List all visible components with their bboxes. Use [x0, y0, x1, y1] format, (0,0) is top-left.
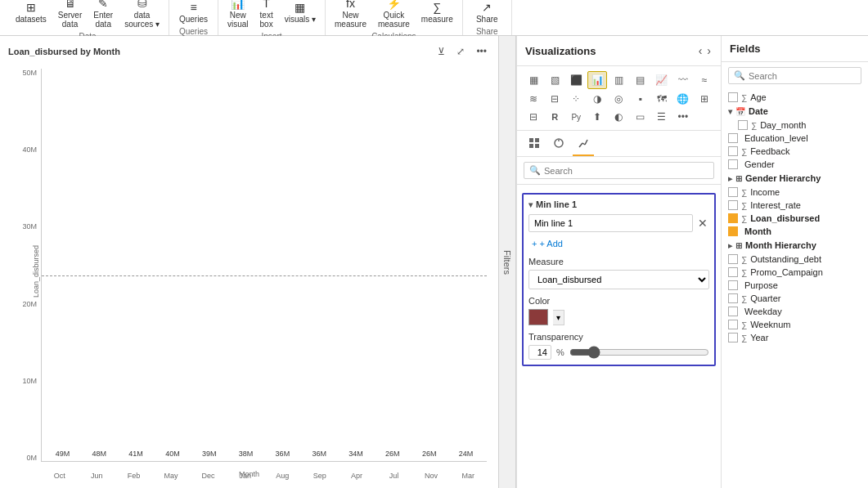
viz-icon-treemap[interactable]: ▪ — [631, 91, 650, 107]
field-age-checkbox[interactable] — [728, 92, 738, 102]
viz-icon-line[interactable]: 📈 — [652, 71, 672, 89]
viz-icon-r[interactable]: R — [545, 109, 564, 125]
sigma-icon-loan-disbursed: ∑ — [741, 214, 747, 223]
field-group-gender-hierarchy[interactable]: ▸ ⊞ Gender Hierarchy — [722, 171, 868, 186]
field-education-level-checkbox[interactable] — [728, 133, 738, 143]
viz-icon-more[interactable]: ••• — [673, 109, 693, 125]
field-income-checkbox[interactable] — [728, 187, 738, 197]
new-visual-btn[interactable]: 📊Newvisual — [223, 0, 253, 30]
viz-icon-card[interactable]: ▭ — [631, 109, 650, 125]
data-sources-btn[interactable]: ⛁datasources ▾ — [120, 0, 164, 30]
viz-icon-100-bar[interactable]: ⬛ — [566, 71, 586, 89]
y-label-10m: 10M — [22, 377, 37, 385]
viz-icon-100-col[interactable]: ▤ — [631, 71, 650, 89]
viz-icon-map[interactable]: 🗺 — [652, 91, 672, 107]
viz-icon-table[interactable]: ⊞ — [695, 91, 714, 107]
field-loan-disbursed[interactable]: ∑ Loan_disbursed — [722, 212, 868, 225]
field-feedback[interactable]: ∑ Feedback — [722, 145, 868, 158]
field-outstanding-debt[interactable]: ∑ Outstanding_debt — [722, 253, 868, 266]
viz-tab-format[interactable] — [548, 134, 569, 156]
field-weeknum[interactable]: ∑ Weeknum — [722, 318, 868, 331]
min-line-close-btn[interactable]: ✕ — [696, 215, 709, 231]
field-quarter-checkbox[interactable] — [728, 293, 738, 303]
viz-icon-donut[interactable]: ◎ — [609, 91, 628, 107]
fields-search-input[interactable] — [749, 71, 861, 81]
viz-icon-ribbon[interactable]: ≋ — [524, 91, 543, 107]
field-promo-campaign[interactable]: ∑ Promo_Campaign — [722, 266, 868, 279]
field-month-checkbox[interactable] — [728, 226, 738, 236]
field-group-month-hierarchy[interactable]: ▸ ⊞ Month Hierarchy — [722, 238, 868, 253]
text-box-btn[interactable]: Ttextbox — [256, 0, 277, 30]
min-line-header[interactable]: ▾ Min line 1 — [528, 199, 709, 209]
more-chart-btn[interactable]: ••• — [473, 44, 490, 59]
transparency-value-input[interactable] — [528, 345, 551, 360]
field-feedback-checkbox[interactable] — [728, 146, 738, 156]
min-line-name-input[interactable] — [528, 214, 693, 232]
field-day-month[interactable]: ∑ Day_month — [722, 119, 868, 132]
viz-tab-fields[interactable] — [524, 134, 545, 156]
queries-btn[interactable]: ≡Queries — [175, 0, 212, 25]
enter-data-btn[interactable]: ✎Enterdata — [89, 0, 117, 30]
viz-panel-header: Visualizations ‹ › — [517, 36, 721, 66]
measure-btn[interactable]: ∑measure — [417, 0, 457, 25]
field-income[interactable]: ∑ Income — [722, 186, 868, 199]
field-education-level[interactable]: Education_level — [722, 132, 868, 145]
viz-icon-pie[interactable]: ◑ — [587, 91, 607, 107]
expand-chart-btn[interactable]: ⤢ — [453, 44, 468, 59]
transparency-slider[interactable] — [569, 346, 709, 359]
add-btn[interactable]: + + Add — [528, 237, 566, 250]
viz-icon-stacked-bar[interactable]: ▦ — [524, 71, 543, 89]
viz-icon-area[interactable]: 〰 — [673, 71, 693, 89]
filter-chart-btn[interactable]: ⊻ — [434, 44, 448, 59]
field-interest-rate[interactable]: ∑ Interest_rate — [722, 199, 868, 212]
color-row: ▾ — [528, 309, 709, 325]
field-purpose-checkbox[interactable] — [728, 280, 738, 290]
field-year[interactable]: ∑ Year — [722, 331, 868, 344]
viz-icon-slicer[interactable]: ☰ — [652, 109, 672, 125]
viz-icon-scatter[interactable]: ⁘ — [566, 91, 586, 107]
field-weeknum-checkbox[interactable] — [728, 320, 738, 329]
viz-icon-stacked-col[interactable]: ▥ — [609, 71, 628, 89]
quick-measure-btn[interactable]: ⚡Quickmeasure — [374, 0, 414, 30]
field-gender[interactable]: Gender — [722, 158, 868, 171]
color-dropdown-btn[interactable]: ▾ — [553, 310, 564, 325]
field-loan-disbursed-checkbox[interactable] — [728, 213, 738, 223]
new-measure-btn[interactable]: fxNewmeasure — [331, 0, 371, 30]
viz-icon-waterfall[interactable]: ⊟ — [545, 91, 564, 107]
field-year-checkbox[interactable] — [728, 333, 738, 342]
viz-nav-left[interactable]: ‹ — [697, 43, 704, 59]
sigma-icon-year: ∑ — [741, 334, 747, 342]
datasets-btn[interactable]: ⊞datasets — [11, 0, 51, 25]
field-gender-checkbox[interactable] — [728, 159, 738, 169]
viz-icon-kpi[interactable]: ⬆ — [587, 109, 607, 125]
viz-search-input[interactable] — [544, 166, 708, 176]
server-data-btn[interactable]: 🖥Serverdata — [54, 0, 86, 30]
share-btn[interactable]: ↗Share — [472, 0, 502, 25]
field-group-date[interactable]: ▾ 📅 Date — [722, 104, 868, 119]
field-age[interactable]: ∑ Age — [722, 91, 868, 104]
min-line-chevron: ▾ — [528, 200, 533, 209]
field-month[interactable]: Month — [722, 225, 868, 238]
viz-icon-gauge[interactable]: ◐ — [609, 109, 628, 125]
field-day-month-checkbox[interactable] — [738, 120, 748, 130]
visuals-btn[interactable]: ▦visuals ▾ — [281, 0, 320, 25]
viz-icon-clustered-bar[interactable]: 📊 — [587, 71, 607, 89]
y-axis-title: Loan_disbursed — [32, 244, 40, 297]
field-weekday-checkbox[interactable] — [728, 307, 738, 316]
viz-icon-python[interactable]: Py — [566, 109, 586, 125]
field-interest-rate-checkbox[interactable] — [728, 200, 738, 210]
field-purpose[interactable]: Purpose — [722, 279, 868, 292]
viz-tab-analytics[interactable] — [573, 134, 594, 156]
viz-icon-line-col[interactable]: ≈ — [695, 71, 714, 89]
field-promo-campaign-checkbox[interactable] — [728, 267, 738, 277]
color-swatch[interactable] — [528, 309, 548, 325]
field-outstanding-debt-checkbox[interactable] — [728, 254, 738, 264]
viz-icon-shape-map[interactable]: 🌐 — [673, 91, 693, 107]
viz-icon-bar[interactable]: ▧ — [545, 71, 564, 89]
field-quarter[interactable]: ∑ Quarter — [722, 292, 868, 305]
viz-nav-right[interactable]: › — [705, 43, 713, 59]
field-weekday[interactable]: Weekday — [722, 305, 868, 318]
viz-icon-matrix[interactable]: ⊟ — [524, 109, 543, 125]
measure-select[interactable]: Loan_disbursed — [528, 270, 709, 289]
filters-tab[interactable]: Filters — [498, 36, 516, 488]
